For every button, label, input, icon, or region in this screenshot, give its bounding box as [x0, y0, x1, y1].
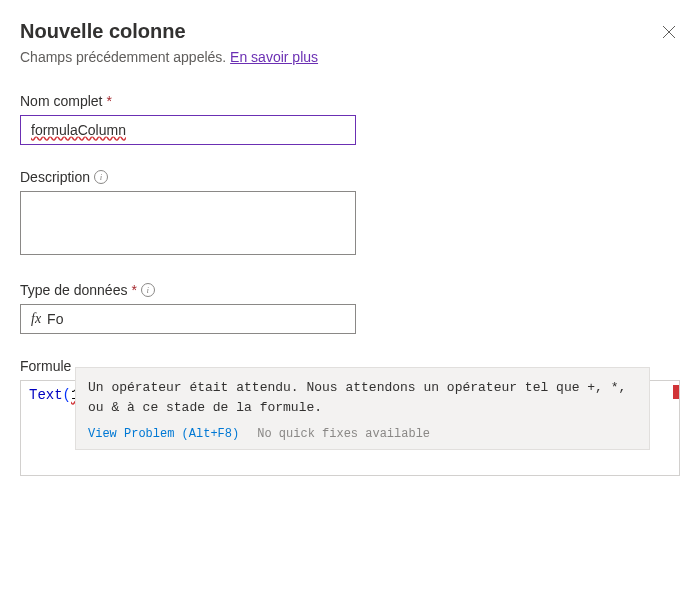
required-asterisk-icon: * [106, 93, 111, 109]
label-text: Formule [20, 358, 71, 374]
learn-more-link[interactable]: En savoir plus [230, 49, 318, 65]
display-name-input[interactable]: formulaColumn [20, 115, 356, 145]
view-problem-link[interactable]: View Problem (Alt+F8) [88, 427, 239, 441]
data-type-label: Type de données * i [20, 282, 680, 298]
info-icon[interactable]: i [94, 170, 108, 184]
field-description: Description i [20, 169, 680, 258]
error-marker-icon [673, 385, 679, 399]
fx-icon: fx [31, 311, 41, 327]
formula-token-function: Text [29, 387, 63, 403]
label-text: Nom complet [20, 93, 102, 109]
dialog-subtitle: Champs précédemment appelés. En savoir p… [20, 49, 680, 65]
subtitle-text: Champs précédemment appelés. [20, 49, 230, 65]
close-icon[interactable] [658, 20, 680, 46]
data-type-value: Fo [47, 311, 63, 327]
field-display-name: Nom complet * formulaColumn [20, 93, 680, 145]
no-quick-fixes-text: No quick fixes available [257, 427, 430, 441]
description-input[interactable] [20, 191, 356, 255]
data-type-select[interactable]: fx Fo [20, 304, 356, 334]
info-icon[interactable]: i [141, 283, 155, 297]
description-label: Description i [20, 169, 680, 185]
label-text: Description [20, 169, 90, 185]
display-name-value: formulaColumn [31, 122, 126, 138]
required-asterisk-icon: * [131, 282, 136, 298]
label-text: Type de données [20, 282, 127, 298]
formula-token-paren: ( [63, 387, 71, 403]
error-tooltip: Un opérateur était attendu. Nous attendo… [75, 367, 650, 450]
tooltip-message: Un opérateur était attendu. Nous attendo… [76, 368, 649, 421]
display-name-label: Nom complet * [20, 93, 680, 109]
field-data-type: Type de données * i fx Fo [20, 282, 680, 334]
dialog-title: Nouvelle colonne [20, 20, 186, 43]
